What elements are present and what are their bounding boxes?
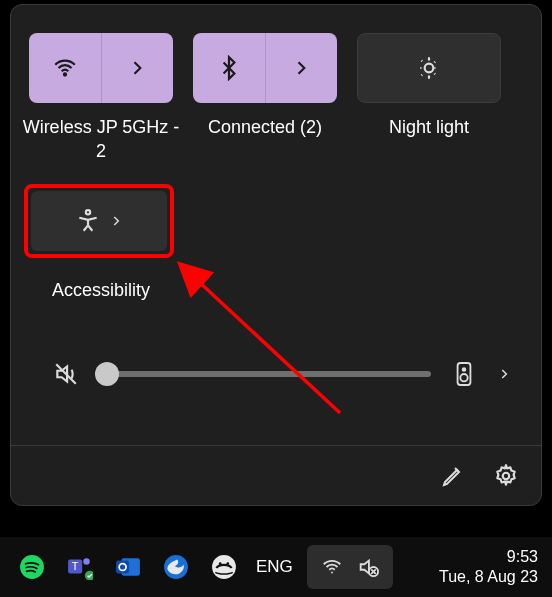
svg-point-29 [331,572,333,574]
svg-point-26 [212,555,236,579]
outlook-app-icon[interactable] [114,553,142,581]
audio-output-button[interactable] [453,361,475,387]
nightlight-label: Night light [349,115,509,139]
svg-point-13 [463,368,466,371]
svg-point-1 [425,64,434,73]
svg-line-6 [421,60,423,62]
wifi-tile-group: Wireless JP 5GHz - 2 [29,33,173,164]
language-indicator[interactable]: ENG [256,557,293,577]
nightlight-tile-group: Night light [357,33,501,164]
svg-line-9 [434,60,436,62]
quick-settings-panel: Wireless JP 5GHz - 2 Connected (2) [10,4,542,506]
taskbar-clock[interactable]: 9:53 Tue, 8 Aug 23 [439,547,538,587]
svg-line-8 [421,73,423,75]
svg-point-28 [226,562,229,565]
wifi-expand-button[interactable] [102,33,174,103]
bluetooth-label: Connected (2) [185,115,345,139]
nightlight-icon [358,34,500,102]
volume-slider[interactable] [101,371,431,377]
wifi-tile[interactable] [29,33,173,103]
clock-date: Tue, 8 Aug 23 [439,567,538,587]
svg-point-10 [86,210,90,214]
bluetooth-tile-group: Connected (2) [193,33,337,164]
svg-line-7 [434,73,436,75]
annotation-highlight [24,184,174,258]
edit-quick-settings-button[interactable] [441,464,465,488]
wifi-icon [29,33,101,103]
taskbar-apps: T [18,553,238,581]
svg-text:T: T [72,560,79,572]
wifi-label: Wireless JP 5GHz - 2 [21,115,181,164]
app-icon[interactable] [210,553,238,581]
quick-settings-footer [11,445,541,505]
volume-mute-icon[interactable] [53,361,79,387]
tray-volume-muted-icon [357,556,379,578]
audio-output-expand-icon[interactable] [497,367,511,381]
thunderbird-app-icon[interactable] [162,553,190,581]
accessibility-tile[interactable] [31,191,167,251]
taskbar: T ENG 9:53 Tue, 8 Aug 23 [0,537,552,597]
teams-app-icon[interactable]: T [66,553,94,581]
system-tray-active[interactable] [307,545,393,589]
accessibility-expand-icon [109,214,123,228]
tray-wifi-icon [321,556,343,578]
spotify-app-icon[interactable] [18,553,46,581]
volume-slider-thumb[interactable] [95,362,119,386]
bluetooth-tile[interactable] [193,33,337,103]
quick-settings-tiles-row: Wireless JP 5GHz - 2 Connected (2) [29,33,523,164]
accessibility-label: Accessibility [21,278,181,302]
svg-point-20 [83,558,90,565]
svg-point-0 [64,73,66,75]
svg-rect-23 [116,561,129,574]
svg-point-14 [460,374,467,381]
svg-point-15 [503,472,510,479]
nightlight-tile[interactable] [357,33,501,103]
svg-point-27 [219,562,222,565]
svg-point-21 [85,571,93,580]
volume-row [53,361,511,387]
settings-button[interactable] [493,463,519,489]
bluetooth-expand-button[interactable] [266,33,338,103]
bluetooth-icon [193,33,265,103]
accessibility-icon [75,208,101,234]
clock-time: 9:53 [439,547,538,567]
quick-settings-tiles-row-2: Accessibility [29,184,523,302]
accessibility-tile-group: Accessibility [29,184,173,302]
